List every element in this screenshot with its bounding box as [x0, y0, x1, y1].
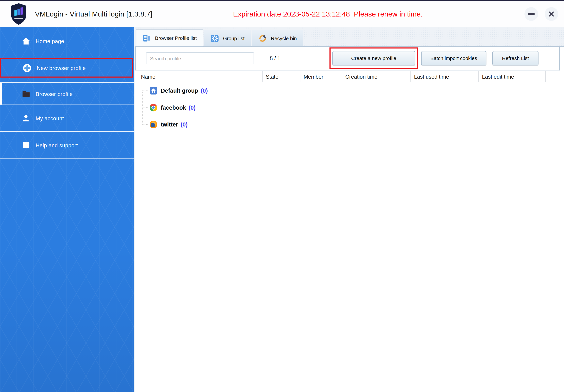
group-home-icon	[150, 87, 157, 95]
app-window: VMLogin - Virtual Multi login [1.3.8.7] …	[0, 0, 564, 392]
search-input[interactable]	[146, 53, 254, 64]
toolbar-panel: 5 / 1 Create a new profile Batch import …	[135, 47, 560, 70]
vmlogin-logo-icon	[11, 3, 27, 25]
sidebar-item-browser-profile[interactable]: Browser profile	[0, 82, 134, 105]
group-name: Default group	[161, 87, 198, 94]
user-icon	[21, 114, 31, 122]
column-header-creation-time[interactable]: Creation time	[342, 71, 411, 82]
sidebar-item-label: Browser profile	[36, 91, 72, 97]
tree-row-facebook[interactable]: facebook (0)	[135, 99, 564, 116]
sidebar-item-label: New browser profile	[37, 65, 86, 71]
group-count: (0)	[181, 121, 187, 128]
tab-label: Recycle bin	[271, 35, 297, 41]
group-name: twitter	[161, 121, 178, 128]
window-title: VMLogin - Virtual Multi login [1.3.8.7]	[35, 10, 152, 18]
minus-icon	[528, 13, 535, 14]
firefox-icon	[150, 121, 157, 128]
column-header-extra	[546, 71, 560, 82]
folder-icon	[21, 89, 31, 98]
sidebar-item-home-page[interactable]: Home page	[0, 28, 134, 54]
tab-label: Browser Profile list	[155, 35, 197, 41]
sidebar-item-label: Home page	[36, 38, 64, 44]
book-icon	[21, 141, 31, 149]
column-header-last-used-time[interactable]: Last used time	[411, 71, 479, 82]
sidebar-item-my-account[interactable]: My account	[0, 105, 134, 132]
tree-row-default-group[interactable]: Default group (0)	[135, 82, 564, 99]
group-count: (0)	[201, 87, 208, 94]
close-button[interactable]	[545, 7, 558, 21]
profile-count: 5 / 1	[270, 55, 280, 62]
chrome-icon	[150, 104, 157, 111]
group-name: facebook	[161, 104, 186, 111]
group-count: (0)	[188, 104, 196, 111]
create-new-profile-button[interactable]: Create a new profile	[332, 51, 415, 65]
batch-import-cookies-button[interactable]: Batch import cookies	[421, 51, 486, 65]
recycle-icon	[258, 34, 267, 43]
app-body: Home page New browser profile	[0, 27, 564, 392]
minimize-button[interactable]	[524, 7, 538, 21]
tree-row-twitter[interactable]: twitter (0)	[135, 116, 564, 133]
sidebar-item-new-browser-profile[interactable]: New browser profile	[0, 58, 133, 78]
sidebar: Home page New browser profile	[0, 27, 135, 392]
column-header-last-edit-time[interactable]: Last edit time	[479, 71, 546, 82]
home-icon	[21, 37, 31, 45]
expiration-notice: Expiration date:2023-05-22 13:12:48 Plea…	[233, 1, 423, 27]
sidebar-item-label: My account	[36, 115, 64, 121]
profile-list-icon	[142, 34, 151, 42]
column-header-state[interactable]: State	[263, 71, 300, 82]
plus-circle-icon	[22, 63, 32, 73]
sidebar-item-label: Help and support	[36, 142, 78, 148]
tab-label: Group list	[223, 35, 245, 41]
titlebar: VMLogin - Virtual Multi login [1.3.8.7] …	[0, 1, 564, 27]
group-tree: Default group (0) facebook (0) twitter (…	[135, 82, 564, 392]
refresh-list-button[interactable]: Refresh List	[493, 51, 538, 65]
column-header-member[interactable]: Member	[300, 71, 342, 82]
main-content: Browser Profile list	[135, 27, 564, 392]
gear-icon	[210, 34, 219, 43]
tab-strip: Browser Profile list	[135, 27, 564, 47]
window-controls	[524, 1, 558, 27]
tab-browser-profile-list[interactable]: Browser Profile list	[136, 29, 203, 46]
close-icon	[548, 11, 555, 18]
tab-group-list[interactable]: Group list	[204, 30, 251, 46]
tab-recycle-bin[interactable]: Recycle bin	[252, 30, 303, 46]
table-header: Name State Member Creation time Last use…	[135, 71, 560, 82]
sidebar-item-help-and-support[interactable]: Help and support	[0, 132, 134, 159]
column-header-name[interactable]: Name	[135, 71, 263, 82]
